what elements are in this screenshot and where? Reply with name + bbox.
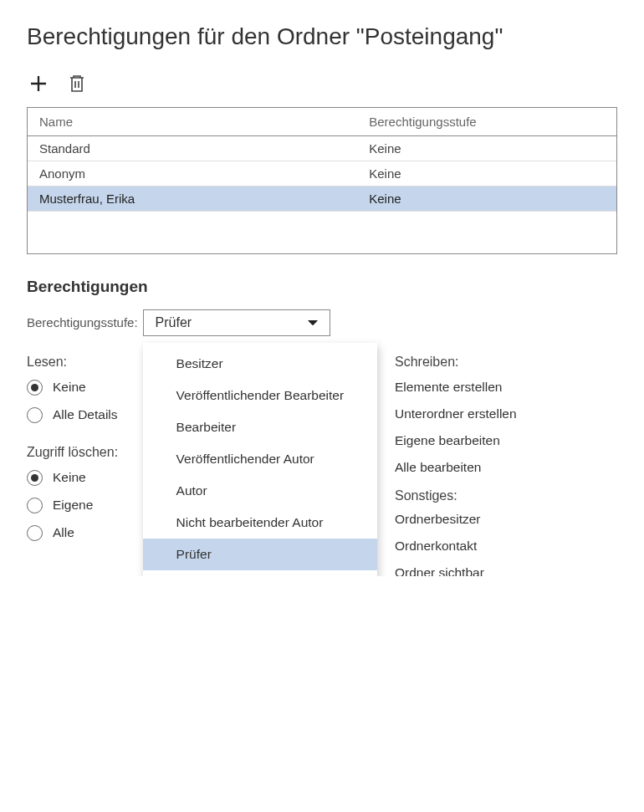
radio-delete-alle[interactable]: Alle [27,525,118,541]
left-options-column: Lesen: Keine Alle Details Zugriff lösche… [27,355,118,553]
trash-icon [69,74,85,93]
delete-button[interactable] [67,74,87,94]
dropdown-option-mitwirkender[interactable]: Mitwirkender [143,570,377,576]
dropdown-option-veroeffentlichender-autor[interactable]: Veröffentlichender Autor [143,443,377,475]
write-group-label: Schreiben: [395,355,521,370]
table-cell-name: Anonym [28,161,357,186]
permissions-table: Name Berechtigungsstufe Standard Keine A… [27,107,617,254]
permission-level-dropdown: Besitzer Veröffentlichender Bearbeiter B… [143,343,377,576]
table-header-level: Berechtigungsstufe [357,108,616,136]
caret-down-icon [308,315,318,330]
check-write-elemente[interactable]: Elemente erstellen [395,380,521,395]
permission-level-label: Berechtigungsstufe: [27,315,138,329]
radio-label: Keine [53,380,86,395]
radio-icon [27,407,43,423]
radio-delete-eigene[interactable]: Eigene [27,498,118,513]
check-label: Alle bearbeiten [395,460,481,475]
table-row[interactable]: Standard Keine [28,136,616,161]
table-cell-name: Standard [28,136,357,161]
check-label: Ordnerkontakt [395,539,477,554]
radio-label: Keine [53,470,86,485]
dropdown-option-pruefer[interactable]: Prüfer [143,539,377,570]
right-options-column: Schreiben: Elemente erstellen Unterordne… [395,355,521,576]
plus-icon [29,74,48,93]
table-row[interactable]: Musterfrau, Erika Keine [28,186,616,212]
add-button[interactable] [28,74,49,94]
check-label: Unterordner erstellen [395,406,517,421]
dropdown-option-besitzer[interactable]: Besitzer [143,348,377,380]
check-label: Ordner sichtbar [395,565,484,576]
check-write-unterordner[interactable]: Unterordner erstellen [395,406,521,421]
radio-icon [27,498,43,513]
check-label: Ordnerbesitzer [395,512,481,527]
permission-level-select[interactable]: Prüfer [143,309,330,336]
table-cell-level: Keine [357,186,616,212]
dropdown-option-veroeffentlichender-bearbeiter[interactable]: Veröffentlichender Bearbeiter [143,380,377,411]
radio-icon [27,525,43,541]
radio-delete-keine[interactable]: Keine [27,470,118,486]
check-label: Elemente erstellen [395,380,502,395]
check-write-eigene[interactable]: Eigene bearbeiten [395,433,521,448]
radio-read-alle-details[interactable]: Alle Details [27,407,118,423]
radio-icon [27,470,43,486]
read-group-label: Lesen: [27,355,118,370]
dropdown-option-bearbeiter[interactable]: Bearbeiter [143,411,377,443]
table-header-name: Name [28,108,357,136]
radio-icon [27,380,43,396]
table-cell-level: Keine [357,161,616,186]
radio-label: Alle Details [53,407,118,422]
permission-level-value: Prüfer [156,315,192,330]
table-cell-name: Musterfrau, Erika [28,186,357,212]
check-other-ordnerkontakt[interactable]: Ordnerkontakt [395,539,521,554]
radio-read-keine[interactable]: Keine [27,380,118,396]
table-spacer-row [28,212,616,253]
permission-level-row: Berechtigungsstufe: Prüfer Besitzer Verö… [27,309,617,336]
delete-group-label: Zugriff löschen: [27,445,118,460]
check-other-ordnerbesitzer[interactable]: Ordnerbesitzer [395,512,521,527]
toolbar [27,74,617,94]
table-cell-level: Keine [357,136,616,161]
check-write-alle[interactable]: Alle bearbeiten [395,460,521,475]
radio-label: Eigene [53,498,93,513]
permissions-section-title: Berechtigungen [27,278,617,296]
table-row[interactable]: Anonym Keine [28,161,616,186]
dialog-title: Berechtigungen für den Ordner "Posteinga… [27,23,617,50]
check-other-ordner-sichtbar[interactable]: Ordner sichtbar [395,565,521,576]
dropdown-option-nicht-bearbeitender-autor[interactable]: Nicht bearbeitender Autor [143,507,377,539]
dropdown-option-autor[interactable]: Autor [143,475,377,507]
radio-label: Alle [53,525,74,540]
check-label: Eigene bearbeiten [395,433,500,448]
other-group-label: Sonstiges: [395,488,521,503]
